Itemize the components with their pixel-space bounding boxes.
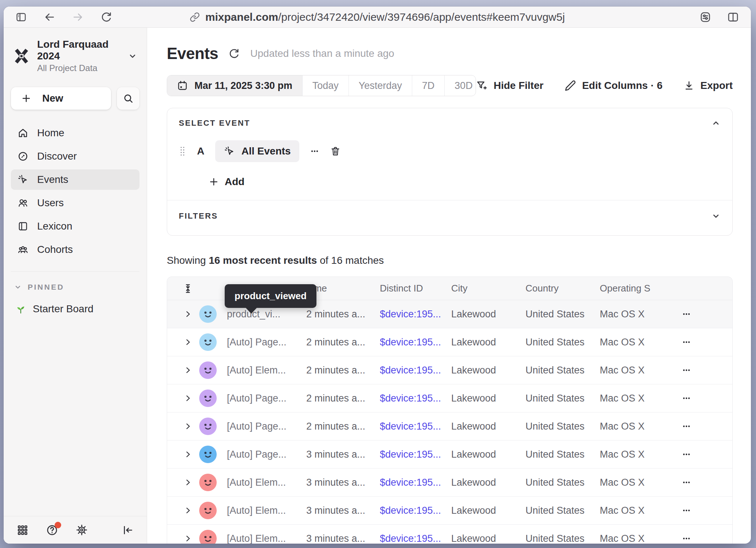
expand-row-icon[interactable] [177,422,199,431]
pinned-item-label: Starter Board [33,303,94,315]
cell-distinct-id[interactable]: $device:195... [380,337,451,348]
expand-row-icon[interactable] [177,506,199,515]
cell-distinct-id[interactable]: $device:195... [380,449,451,460]
column-time[interactable]: Time [306,283,380,294]
chevron-up-icon[interactable] [711,118,721,128]
sidebar-item-users[interactable]: Users [11,193,139,213]
reload-icon[interactable] [101,11,112,23]
row-actions-icon[interactable] [669,365,732,375]
expand-row-icon[interactable] [177,366,199,375]
trash-icon[interactable] [330,146,341,157]
range-button[interactable]: 30D [445,75,476,96]
events-table: product_viewed Time Distinct ID City Cou… [167,277,733,544]
drag-handle-icon[interactable] [179,146,186,157]
expand-row-icon[interactable] [177,450,199,459]
expand-row-icon[interactable] [177,310,199,318]
cell-city: Lakewood [451,309,525,320]
collapse-rows-icon[interactable] [177,283,199,294]
cell-os: Mac OS X [600,365,669,376]
export-button[interactable]: Export [684,80,733,91]
cursor-click-icon [224,146,235,157]
back-icon[interactable] [44,11,55,23]
sidebar-item-starter-board[interactable]: Starter Board [11,303,139,315]
table-row[interactable]: [Auto] Elem... 2 minutes a... $device:19… [167,356,732,384]
more-options-icon[interactable] [310,146,320,156]
new-button[interactable]: New [11,87,111,110]
table-row[interactable]: [Auto] Page... 3 minutes a... $device:19… [167,441,732,469]
sidebar-item-lexicon[interactable]: Lexicon [11,216,139,236]
table-row[interactable]: [Auto] Page... 2 minutes a... $device:19… [167,412,732,441]
cell-distinct-id[interactable]: $device:195... [380,421,451,432]
compass-icon [17,151,28,162]
reader-settings-icon[interactable] [699,11,712,23]
pinned-header[interactable]: PINNED [11,283,139,291]
all-events-chip[interactable]: All Events [215,140,299,162]
hide-filter-button[interactable]: Hide Filter [476,80,543,91]
cell-distinct-id[interactable]: $device:195... [380,505,451,516]
project-switcher[interactable]: Lord Farquaad 2024 All Project Data [11,38,139,74]
download-icon [684,80,694,91]
pencil-icon [564,80,576,91]
cursor-click-icon [17,174,28,185]
column-distinct-id[interactable]: Distinct ID [380,283,451,294]
filter-plus-icon [476,80,488,91]
range-button[interactable]: 7D [412,75,445,96]
sidebar-item-cohorts[interactable]: Cohorts [11,239,139,260]
table-row[interactable]: [Auto] Page... 2 minutes a... $device:19… [167,384,732,412]
cell-country: United States [525,449,600,460]
row-actions-icon[interactable] [669,505,732,516]
column-city[interactable]: City [451,283,525,294]
expand-row-icon[interactable] [177,338,199,347]
row-actions-icon[interactable] [669,421,732,431]
help-button[interactable] [46,524,58,536]
range-button[interactable]: Today [303,75,349,96]
row-actions-icon[interactable] [669,337,732,347]
add-event-button[interactable]: Add [209,176,721,188]
row-actions-icon[interactable] [669,393,732,403]
cell-distinct-id[interactable]: $device:195... [380,477,451,488]
cell-distinct-id[interactable]: $device:195... [380,393,451,404]
forward-icon[interactable] [72,11,84,23]
filters-label: FILTERS [179,211,218,221]
sidebar-item-events[interactable]: Events [11,169,139,190]
expand-row-icon[interactable] [177,478,199,487]
filters-section: FILTERS [167,200,732,235]
sidebar-item-discover[interactable]: Discover [11,146,139,167]
table-row[interactable]: [Auto] Elem... 3 minutes a... $device:19… [167,469,732,497]
row-actions-icon[interactable] [669,449,732,459]
table-row[interactable]: [Auto] Elem... 3 minutes a... $device:19… [167,525,732,544]
column-country[interactable]: Country [525,283,600,294]
edit-columns-button[interactable]: Edit Columns · 6 [564,80,662,91]
row-actions-icon[interactable] [669,309,732,319]
cell-os: Mac OS X [600,449,669,460]
row-actions-icon[interactable] [669,533,732,544]
column-operating-system[interactable]: Operating S [600,283,669,294]
table-row[interactable]: [Auto] Elem... 3 minutes a... $device:19… [167,497,732,525]
refresh-icon[interactable] [228,48,240,59]
search-icon [123,93,134,104]
sidebar-item-home[interactable]: Home [11,123,139,143]
table-row[interactable]: [Auto] Page... 2 minutes a... $device:19… [167,328,732,356]
gear-icon[interactable] [76,524,88,536]
chevron-down-icon[interactable] [711,211,721,221]
search-button[interactable] [117,87,139,110]
pinned-label: PINNED [28,283,64,291]
range-button[interactable]: Yesterday [349,75,412,96]
collapse-sidebar-icon[interactable] [122,524,134,536]
event-avatar [199,333,217,351]
expand-row-icon[interactable] [177,534,199,543]
split-view-icon[interactable] [727,11,739,23]
row-actions-icon[interactable] [669,477,732,488]
date-picker-button[interactable]: Mar 11, 2025 3:30 pm [167,75,303,96]
cell-time: 2 minutes a... [306,365,380,376]
browser-sidebar-toggle-icon[interactable] [15,11,27,23]
cell-distinct-id[interactable]: $device:195... [380,533,451,544]
seedling-icon [15,304,26,314]
cell-time: 3 minutes a... [306,449,380,460]
cell-distinct-id[interactable]: $device:195... [380,365,451,376]
export-label: Export [700,80,733,91]
expand-row-icon[interactable] [177,394,199,403]
cell-distinct-id[interactable]: $device:195... [380,309,451,320]
apps-grid-icon[interactable] [17,524,28,536]
address-bar[interactable]: mixpanel.com/project/3472420/view/397469… [190,11,565,23]
